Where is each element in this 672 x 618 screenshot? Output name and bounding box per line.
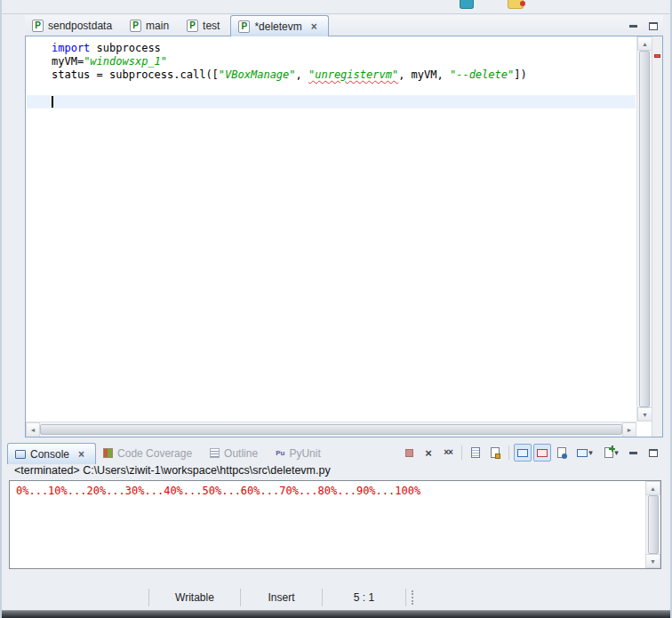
console-process-label: <terminated> C:\Users\ziwit-1\workspace\… [7, 464, 663, 478]
console-icon [15, 450, 26, 459]
tab-test[interactable]: P test [180, 15, 230, 36]
show-stderr-icon [537, 449, 548, 457]
remove-launch-button[interactable]: × [420, 444, 437, 461]
status-grip[interactable] [412, 590, 415, 605]
display-selected-console-button[interactable]: ▾ [572, 444, 597, 461]
display-console-icon [577, 449, 588, 457]
status-insert-mode: Insert [240, 589, 322, 606]
console-output[interactable]: 0%...10%...20%...30%...40%...50%...60%..… [9, 480, 661, 569]
tab-label: PyUnit [289, 447, 320, 460]
clear-console-button[interactable] [467, 444, 484, 461]
toolbar-separator [461, 445, 462, 460]
console-vertical-scrollbar: ▲ ▼ [645, 481, 660, 568]
scroll-down-button[interactable]: ▼ [645, 554, 660, 568]
status-bar: Writable Insert 5 : 1 [2, 585, 670, 610]
clear-console-icon [471, 447, 480, 458]
code-line[interactable]: status = subprocess.call(["VBoxManage", … [27, 68, 636, 82]
pin-console-button[interactable] [553, 444, 571, 461]
pin-icon [562, 453, 567, 459]
python-file-icon: P [32, 20, 44, 32]
tab-label: *deletevm [254, 20, 301, 33]
close-tab-icon[interactable]: × [311, 21, 317, 32]
scroll-up-button[interactable]: ▲ [645, 481, 660, 495]
open-console-button[interactable]: ▾ [599, 444, 624, 461]
tab-code-coverage[interactable]: Code Coverage [96, 443, 203, 463]
python-file-icon: P [187, 20, 198, 32]
tab-main[interactable]: P main [123, 15, 180, 36]
show-stderr-button[interactable] [533, 444, 551, 461]
chevron-down-icon: ▾ [588, 448, 593, 457]
lock-icon [495, 453, 500, 459]
remove-launch-icon: × [425, 447, 432, 459]
code-line[interactable]: myVM="windowsxp_1" [27, 55, 636, 68]
main-toolbar-remnant [2, 0, 670, 14]
pyunit-icon: Pu [276, 450, 284, 457]
status-writable: Writable [148, 589, 240, 606]
toolbar-icon-fragment-teal[interactable] [460, 0, 474, 9]
tab-deletevm[interactable]: P *deletevm × [230, 15, 328, 36]
tab-label: Console [30, 448, 69, 461]
scroll-down-button[interactable]: ▼ [637, 407, 652, 421]
scrollbar-thumb[interactable] [639, 51, 650, 407]
maximize-view-button[interactable] [645, 19, 660, 33]
status-cursor-position: 5 : 1 [322, 589, 406, 606]
tab-label: Outline [224, 447, 258, 460]
console-toolbar: × ×× ▾ ▾ [400, 444, 624, 461]
tab-label: main [146, 20, 169, 32]
tab-label: test [203, 20, 220, 32]
pin-console-icon [557, 447, 566, 458]
maximize-icon [649, 22, 658, 30]
code-line[interactable] [27, 95, 636, 108]
scroll-left-button[interactable]: ◄ [26, 422, 40, 437]
terminate-icon [405, 449, 413, 457]
toolbar-icon-fragment-yellow[interactable] [508, 0, 524, 9]
scroll-lock-button[interactable] [486, 444, 504, 461]
text-caret [52, 96, 53, 108]
close-tab-icon[interactable]: × [78, 449, 84, 460]
python-file-icon: P [238, 20, 250, 33]
console-window-buttons [626, 445, 660, 460]
window-bottom-edge [2, 610, 670, 618]
scrollbar-thumb[interactable] [648, 495, 659, 554]
console-output-text: 0%...10%...20%...30%...40%...50%...60%..… [10, 481, 644, 568]
scroll-lock-icon [491, 447, 500, 458]
tab-sendpostdata[interactable]: P sendpostdata [25, 15, 123, 36]
code-editor[interactable]: import subprocessmyVM="windowsxp_1"statu… [25, 36, 663, 437]
remove-all-icon: ×× [444, 448, 452, 457]
terminate-button[interactable] [400, 444, 418, 461]
maximize-icon [649, 449, 658, 457]
plus-icon [609, 445, 615, 452]
maximize-view-button[interactable] [645, 445, 660, 460]
minimize-icon [629, 452, 637, 454]
tab-label: Code Coverage [117, 447, 192, 460]
code-lines[interactable]: import subprocessmyVM="windowsxp_1"statu… [27, 36, 636, 421]
editor-horizontal-scrollbar: ◄ ► [26, 421, 636, 437]
tab-label: sendpostdata [48, 20, 112, 32]
editor-vertical-scrollbar: ▲ ▼ [636, 36, 652, 421]
minimize-view-button[interactable] [626, 445, 641, 460]
show-stdout-icon [517, 449, 528, 457]
overview-ruler [652, 36, 662, 437]
tab-console[interactable]: Console × [7, 443, 96, 464]
show-stdout-button[interactable] [514, 444, 532, 461]
eclipse-window: P sendpostdata P main P test P *deletevm… [0, 0, 672, 618]
scroll-up-button[interactable]: ▲ [637, 36, 652, 51]
console-view: Console × Code Coverage Outline Pu PyUni… [7, 442, 663, 585]
code-line[interactable]: import subprocess [27, 42, 636, 55]
scroll-right-button[interactable]: ► [622, 422, 636, 437]
editor-window-buttons [626, 19, 660, 33]
remove-all-terminated-button[interactable]: ×× [439, 444, 457, 461]
editor-tabbar: P sendpostdata P main P test P *deletevm… [25, 15, 663, 36]
tab-outline[interactable]: Outline [203, 443, 268, 463]
outline-icon [210, 448, 220, 458]
code-line[interactable] [27, 82, 636, 95]
minimize-view-button[interactable] [626, 19, 641, 33]
editor-view: P sendpostdata P main P test P *deletevm… [25, 15, 663, 437]
code-coverage-icon [103, 448, 113, 458]
open-console-icon [604, 447, 613, 458]
toolbar-separator [508, 445, 509, 460]
minimize-icon [629, 25, 637, 28]
scrollbar-thumb[interactable] [40, 424, 622, 435]
tab-pyunit[interactable]: Pu PyUnit [268, 443, 332, 463]
spelling-error-marker[interactable] [654, 54, 660, 58]
